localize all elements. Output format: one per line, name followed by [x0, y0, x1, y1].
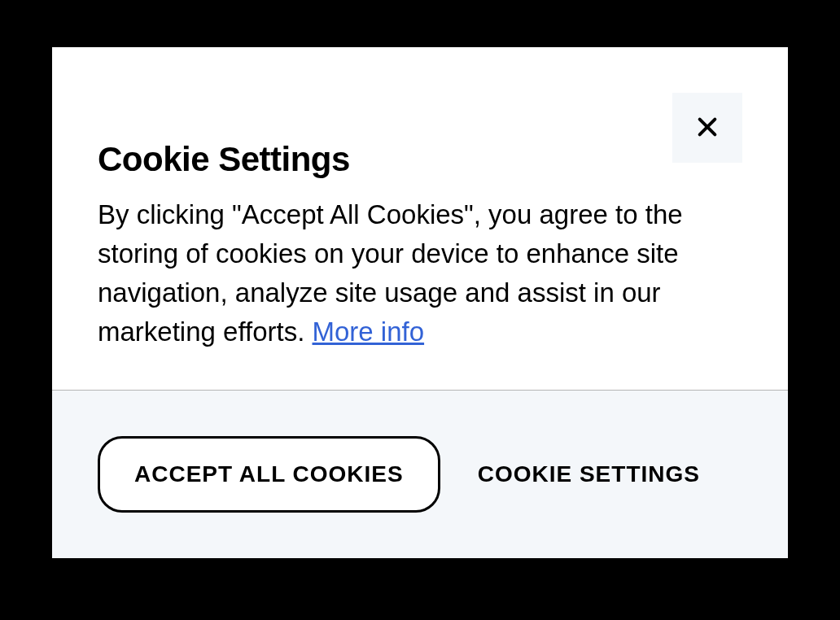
- accept-all-cookies-button[interactable]: ACCEPT ALL COOKIES: [98, 436, 440, 513]
- cookie-settings-button[interactable]: COOKIE SETTINGS: [470, 439, 708, 510]
- modal-title: Cookie Settings: [98, 140, 742, 179]
- modal-footer: ACCEPT ALL COOKIES COOKIE SETTINGS: [52, 390, 788, 558]
- modal-header: Cookie Settings By clicking "Accept All …: [52, 47, 788, 390]
- modal-description: By clicking "Accept All Cookies", you ag…: [98, 195, 733, 351]
- close-button[interactable]: [672, 93, 742, 163]
- more-info-link[interactable]: More info: [313, 317, 425, 347]
- close-icon: [694, 114, 720, 142]
- cookie-consent-modal: Cookie Settings By clicking "Accept All …: [52, 47, 788, 558]
